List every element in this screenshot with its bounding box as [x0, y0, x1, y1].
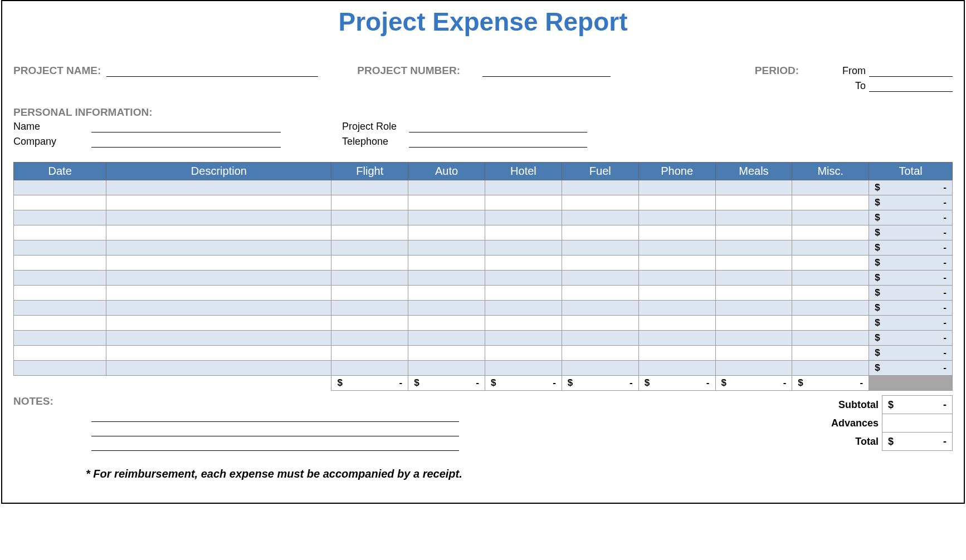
table-cell[interactable] [14, 195, 106, 210]
table-cell[interactable] [792, 225, 869, 240]
table-cell[interactable] [331, 361, 408, 376]
table-cell[interactable] [331, 346, 408, 361]
table-cell[interactable] [14, 271, 106, 286]
table-cell[interactable] [638, 301, 715, 316]
table-cell[interactable] [792, 271, 869, 286]
table-cell[interactable] [408, 286, 485, 301]
table-cell[interactable] [715, 271, 792, 286]
table-cell[interactable] [14, 180, 106, 195]
table-cell[interactable] [14, 210, 106, 225]
table-cell[interactable] [331, 271, 408, 286]
table-cell[interactable] [562, 225, 638, 240]
role-input[interactable] [409, 121, 587, 132]
table-cell[interactable] [715, 180, 792, 195]
table-cell[interactable] [485, 195, 562, 210]
table-cell[interactable] [715, 331, 792, 346]
table-cell[interactable] [638, 331, 715, 346]
table-cell[interactable] [14, 240, 106, 256]
table-cell[interactable] [331, 256, 408, 271]
telephone-input[interactable] [409, 136, 587, 148]
table-cell[interactable] [408, 195, 485, 210]
notes-line-3[interactable] [91, 436, 459, 451]
table-cell[interactable] [106, 225, 331, 240]
table-cell[interactable] [562, 256, 638, 271]
table-cell[interactable] [485, 256, 562, 271]
table-cell[interactable] [715, 195, 792, 210]
table-cell[interactable] [408, 271, 485, 286]
table-cell[interactable] [562, 195, 638, 210]
period-to-input[interactable] [869, 81, 953, 92]
company-input[interactable] [91, 136, 281, 148]
advances-value[interactable] [882, 414, 953, 433]
table-cell[interactable] [792, 286, 869, 301]
table-cell[interactable] [715, 346, 792, 361]
notes-line-2[interactable] [91, 422, 459, 436]
table-cell[interactable] [408, 210, 485, 225]
table-cell[interactable] [562, 316, 638, 331]
table-cell[interactable] [408, 180, 485, 195]
table-cell[interactable] [792, 180, 869, 195]
table-cell[interactable] [792, 256, 869, 271]
table-cell[interactable] [408, 240, 485, 256]
table-cell[interactable] [638, 346, 715, 361]
table-cell[interactable] [638, 271, 715, 286]
table-cell[interactable] [638, 361, 715, 376]
table-cell[interactable] [792, 331, 869, 346]
table-cell[interactable] [562, 346, 638, 361]
table-cell[interactable] [331, 225, 408, 240]
table-cell[interactable] [106, 240, 331, 256]
table-cell[interactable] [14, 301, 106, 316]
table-cell[interactable] [106, 301, 331, 316]
table-cell[interactable] [715, 256, 792, 271]
table-cell[interactable] [715, 301, 792, 316]
table-cell[interactable] [14, 256, 106, 271]
table-cell[interactable] [562, 271, 638, 286]
table-cell[interactable] [331, 316, 408, 331]
table-cell[interactable] [792, 301, 869, 316]
table-cell[interactable] [562, 180, 638, 195]
table-cell[interactable] [331, 331, 408, 346]
table-cell[interactable] [331, 286, 408, 301]
table-cell[interactable] [485, 346, 562, 361]
table-cell[interactable] [562, 210, 638, 225]
table-cell[interactable] [485, 301, 562, 316]
table-cell[interactable] [106, 271, 331, 286]
notes-line-1[interactable] [91, 407, 459, 422]
project-number-input[interactable] [482, 66, 611, 77]
table-cell[interactable] [792, 240, 869, 256]
table-cell[interactable] [14, 361, 106, 376]
table-cell[interactable] [331, 195, 408, 210]
table-cell[interactable] [14, 346, 106, 361]
table-cell[interactable] [14, 331, 106, 346]
table-cell[interactable] [485, 286, 562, 301]
table-cell[interactable] [485, 240, 562, 256]
table-cell[interactable] [638, 286, 715, 301]
table-cell[interactable] [562, 361, 638, 376]
table-cell[interactable] [562, 286, 638, 301]
table-cell[interactable] [638, 256, 715, 271]
table-cell[interactable] [106, 286, 331, 301]
table-cell[interactable] [638, 316, 715, 331]
table-cell[interactable] [331, 180, 408, 195]
table-cell[interactable] [562, 331, 638, 346]
table-cell[interactable] [408, 316, 485, 331]
period-from-input[interactable] [869, 66, 953, 77]
table-cell[interactable] [715, 361, 792, 376]
table-cell[interactable] [106, 210, 331, 225]
table-cell[interactable] [106, 256, 331, 271]
table-cell[interactable] [485, 210, 562, 225]
table-cell[interactable] [106, 195, 331, 210]
table-cell[interactable] [14, 316, 106, 331]
table-cell[interactable] [331, 301, 408, 316]
table-cell[interactable] [638, 240, 715, 256]
table-cell[interactable] [408, 256, 485, 271]
table-cell[interactable] [106, 346, 331, 361]
table-cell[interactable] [792, 346, 869, 361]
table-cell[interactable] [485, 180, 562, 195]
table-cell[interactable] [106, 316, 331, 331]
table-cell[interactable] [638, 210, 715, 225]
project-name-input[interactable] [106, 66, 318, 77]
table-cell[interactable] [715, 210, 792, 225]
table-cell[interactable] [485, 331, 562, 346]
table-cell[interactable] [106, 331, 331, 346]
